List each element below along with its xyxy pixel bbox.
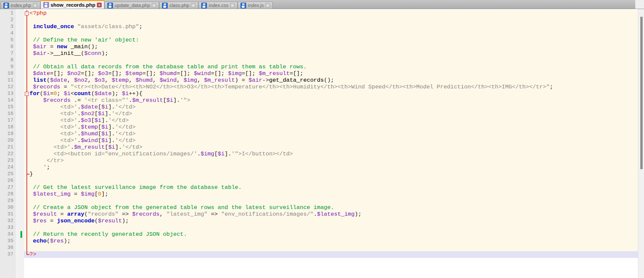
code-text[interactable]: −<?php: [24, 10, 638, 17]
tab-index.php[interactable]: index.php×: [1, 2, 40, 9]
tab-bar: index.php×show_records.php×update_data.p…: [0, 0, 644, 9]
code-text[interactable]: [24, 224, 638, 231]
code-text[interactable]: }: [24, 171, 638, 178]
bookmark-cell: [19, 97, 24, 104]
margin-band-cell: [15, 131, 19, 137]
code-line: 37?>: [0, 251, 638, 258]
code-text[interactable]: [24, 198, 638, 204]
code-text[interactable]: // Obtain all data records from the data…: [24, 64, 638, 70]
close-icon[interactable]: ×: [97, 3, 102, 7]
margin-band-cell: [15, 124, 19, 131]
code-text[interactable]: $res = json_encode($result);: [24, 218, 638, 224]
line-number: 35: [0, 238, 15, 245]
code-text[interactable]: $air->__init__($conn);: [24, 50, 638, 57]
code-text[interactable]: ?>: [24, 251, 638, 258]
margin-band-cell: [15, 64, 19, 70]
tab-show_records.php[interactable]: show_records.php×: [41, 0, 104, 9]
bookmark-cell: [19, 23, 24, 30]
code-text[interactable]: // Get the latest surveillance image fro…: [24, 184, 638, 191]
margin-band-cell: [15, 90, 19, 97]
code-line: 33: [0, 224, 638, 231]
margin-band-cell: [15, 171, 19, 178]
code-text[interactable]: $air = new _main();: [24, 44, 638, 50]
code-text[interactable]: −for($i=0; $i<count($date); $i++){: [24, 90, 638, 97]
code-text[interactable]: $latest_img = $img[0];: [24, 191, 638, 198]
fold-margin-cell: [24, 111, 30, 117]
bookmark-cell: [19, 10, 24, 17]
code-line: 7 $air->__init__($conn);: [0, 50, 638, 57]
code-text[interactable]: $date=[]; $no2=[]; $o3=[]; $temp=[]; $hu…: [24, 70, 638, 77]
fold-margin-cell: [24, 70, 30, 77]
bookmark-cell: [19, 144, 24, 151]
fold-margin-cell: −: [24, 10, 30, 17]
margin-band-cell: [15, 191, 19, 198]
code-text[interactable]: // Return the recently generated JSON ob…: [24, 231, 638, 238]
fold-toggle-icon[interactable]: −: [25, 11, 29, 15]
line-number: 20: [0, 137, 15, 144]
code-text[interactable]: [24, 178, 638, 184]
margin-band-cell: [15, 218, 19, 224]
tab-label: update_data.php: [115, 3, 150, 8]
fold-margin-cell: [24, 151, 30, 157]
code-text[interactable]: $result = array("records" => $records, "…: [24, 211, 638, 218]
fold-margin-cell: [24, 44, 30, 50]
code-text[interactable]: <td>'.$o3[$i].'</td>: [24, 117, 638, 124]
line-number: 8: [0, 57, 15, 64]
bookmark-cell: [19, 218, 24, 224]
code-text[interactable]: ';: [24, 164, 638, 171]
margin-band-cell: [15, 37, 19, 44]
code-text[interactable]: $records .= '<tr class="'.$m_result[$i].…: [24, 97, 638, 104]
margin-band-cell: [15, 70, 19, 77]
margin-band-cell: [15, 204, 19, 211]
close-icon[interactable]: ×: [230, 3, 235, 8]
fold-margin-cell: [24, 131, 30, 137]
code-text[interactable]: list($date, $no2, $o3, $temp, $humd, $wi…: [24, 77, 638, 84]
bookmark-cell: [19, 164, 24, 171]
code-line: 28 $latest_img = $img[0];: [0, 191, 638, 198]
code-text[interactable]: // Define the new 'air' object:: [24, 37, 638, 44]
code-text[interactable]: // Create a JSON object from the generat…: [24, 204, 638, 211]
code-text[interactable]: <td><button id="env_notifications/images…: [24, 151, 638, 157]
code-text[interactable]: </tr>: [24, 157, 638, 164]
code-line: 30 // Create a JSON object from the gene…: [0, 204, 638, 211]
code-line: 32 $res = json_encode($result);: [0, 218, 638, 224]
close-icon[interactable]: ×: [152, 3, 156, 8]
tab-index.css[interactable]: index.css×: [199, 2, 237, 9]
scrollbar-thumb[interactable]: [640, 17, 643, 169]
margin-band-cell: [15, 97, 19, 104]
code-text[interactable]: <td>'.$no2[$i].'</td>: [24, 111, 638, 117]
code-text[interactable]: <td>'.$wind[$i].'</td>: [24, 137, 638, 144]
code-text[interactable]: [24, 30, 638, 37]
close-icon[interactable]: ×: [265, 3, 270, 8]
code-text[interactable]: <td>'.$m_result[$i].'</td>: [24, 144, 638, 151]
code-text[interactable]: include_once "assets/class.php";: [24, 23, 638, 30]
line-number: 37: [0, 251, 15, 258]
code-text[interactable]: $records = "<tr><th>Date</th><th>NO2</th…: [24, 84, 638, 90]
bookmark-cell: [19, 171, 24, 178]
fold-toggle-icon[interactable]: −: [25, 92, 29, 96]
code-text[interactable]: <td>'.$humd[$i].'</td>: [24, 131, 638, 137]
line-number: 10: [0, 70, 15, 77]
tab-class.php[interactable]: class.php×: [159, 2, 198, 9]
margin-band-cell: [15, 117, 19, 124]
code-text[interactable]: [24, 57, 638, 64]
code-text[interactable]: [24, 245, 638, 251]
tab-update_data.php[interactable]: update_data.php×: [105, 2, 159, 9]
code-text[interactable]: <td>'.$date[$i].'</td>: [24, 104, 638, 111]
line-number: 26: [0, 178, 15, 184]
line-number: 32: [0, 218, 15, 224]
fold-margin-cell: [24, 178, 30, 184]
fold-margin-cell: [24, 84, 30, 90]
bookmark-cell: [19, 198, 24, 204]
code-text[interactable]: echo($res);: [24, 238, 638, 245]
code-text[interactable]: <td>'.$temp[$i].'</td>: [24, 124, 638, 131]
line-number: 15: [0, 104, 15, 111]
tab-label: class.php: [169, 3, 189, 8]
vertical-scrollbar[interactable]: [638, 9, 644, 278]
close-icon[interactable]: ×: [33, 3, 38, 8]
code-text[interactable]: [24, 17, 638, 23]
tab-index.js[interactable]: index.js×: [238, 2, 273, 9]
fold-margin-cell: [24, 204, 30, 211]
close-icon[interactable]: ×: [191, 3, 196, 8]
code-lines: 1−<?php23 include_once "assets/class.php…: [0, 10, 638, 258]
